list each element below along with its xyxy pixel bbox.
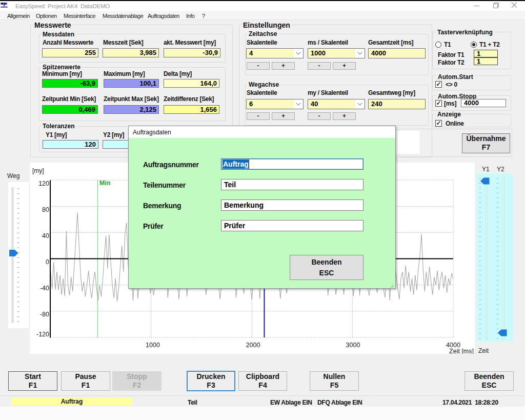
svg-text:-40: -40 bbox=[40, 285, 49, 292]
svg-text:2000: 2000 bbox=[246, 342, 260, 349]
svg-text:0: 0 bbox=[46, 258, 49, 266]
svg-text:40: 40 bbox=[42, 232, 49, 239]
svg-text:-120: -120 bbox=[36, 331, 49, 338]
svg-text:120: 120 bbox=[38, 180, 49, 187]
svg-text:Min: Min bbox=[99, 179, 111, 187]
svg-text:-80: -80 bbox=[40, 311, 49, 318]
svg-text:80: 80 bbox=[42, 206, 49, 213]
svg-text:Zeit [ms]: Zeit [ms] bbox=[449, 348, 474, 354]
svg-text:1000: 1000 bbox=[146, 342, 160, 349]
svg-text:3000: 3000 bbox=[346, 342, 360, 349]
